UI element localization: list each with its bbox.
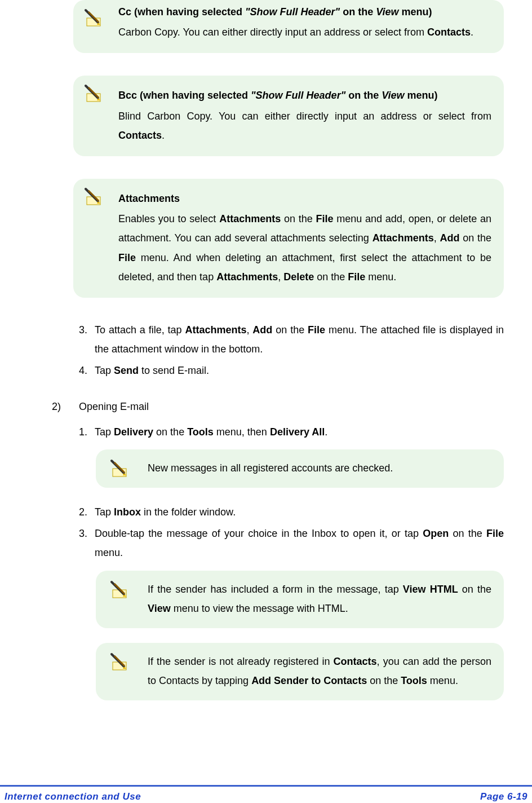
list-item: 3. Double-tap the message of your choice… <box>79 524 504 562</box>
note-bcc-title: Bcc (when having selected "Show Full Hea… <box>118 86 491 105</box>
list-marker: 1. <box>79 422 95 442</box>
list-item: 4. Tap Send to send E-mail. <box>79 361 504 380</box>
text: Attachments <box>216 271 278 283</box>
text: Contacts <box>118 130 162 141</box>
text: View HTML <box>403 584 458 595</box>
pencil-note-icon <box>109 580 132 600</box>
text: Add <box>440 232 459 244</box>
text: on the <box>459 232 491 244</box>
text: Tap <box>95 426 114 438</box>
list-marker: 3. <box>79 320 95 359</box>
text: menu. <box>95 547 123 558</box>
pencil-note-icon <box>83 187 106 207</box>
section-opening-email: 2) Opening E-mail <box>52 397 504 416</box>
text: Send <box>114 365 139 376</box>
text: on the <box>314 271 348 283</box>
text: Tap <box>95 506 114 518</box>
text: File <box>486 528 504 539</box>
text: on the <box>367 675 401 686</box>
text: Tools <box>187 426 214 438</box>
text: menu to view the message with HTML. <box>171 603 348 614</box>
text: on the <box>449 528 486 539</box>
instruction-list-part2b: 2. Tap Inbox in the folder window. 3. Do… <box>79 502 504 563</box>
text: Cc (when having selected <box>118 6 245 17</box>
list-text: To attach a file, tap Attachments, Add o… <box>95 320 504 359</box>
page-footer: Internet connection and Use Page 6-19 <box>0 785 532 803</box>
section-title: Opening E-mail <box>79 397 149 416</box>
text: Delivery <box>114 426 153 438</box>
text: , <box>278 271 283 283</box>
text: menu. <box>365 271 396 283</box>
note-body: If the sender has included a form in the… <box>148 580 491 618</box>
note-bcc: Bcc (when having selected "Show Full Hea… <box>73 76 504 156</box>
text: View <box>376 6 398 17</box>
text: Tap <box>95 365 114 376</box>
text: File <box>348 271 365 283</box>
text: Add <box>252 324 272 336</box>
text: Delete <box>283 271 314 283</box>
list-marker: 3. <box>79 524 95 562</box>
text: Tools <box>401 675 427 686</box>
pencil-note-icon <box>109 458 132 479</box>
list-item: 2. Tap Inbox in the folder window. <box>79 502 504 522</box>
note-body: If the sender is not already registered … <box>148 652 491 690</box>
text: If the sender has included a form in the… <box>148 584 403 595</box>
text: Bcc (when having selected <box>118 90 251 101</box>
text: If the sender is not already registered … <box>148 656 334 667</box>
instruction-list-part2: 1. Tap Delivery on the Tools menu, then … <box>79 422 504 442</box>
note-add-sender: If the sender is not already registered … <box>96 643 504 700</box>
pencil-note-icon <box>83 8 106 28</box>
note-new-messages: New messages in all registered accounts … <box>96 449 504 488</box>
list-text: Double-tap the message of your choice in… <box>95 524 504 562</box>
text: on the <box>153 426 187 438</box>
text: on the <box>345 90 382 101</box>
text: Attachments <box>373 232 434 244</box>
text: File <box>118 252 136 263</box>
text: Enables you to select <box>118 213 219 224</box>
text: Carbon Copy. You can either directly inp… <box>118 27 427 38</box>
text: . <box>471 27 473 38</box>
note-attachments: Attachments Enables you to select Attach… <box>73 179 504 298</box>
footer-section-title: Internet connection and Use <box>5 788 141 803</box>
text: Add Sender to Contacts <box>251 675 367 686</box>
note-body: New messages in all registered accounts … <box>148 458 491 478</box>
text: menu) <box>405 90 438 101</box>
section-marker: 2) <box>52 397 79 416</box>
text: File <box>316 213 334 224</box>
text: Open <box>423 528 449 539</box>
text: , <box>434 232 440 244</box>
page-content: Cc (when having selected "Show Full Head… <box>0 0 532 700</box>
text: on the <box>272 324 308 336</box>
note-cc-body: Carbon Copy. You can either directly inp… <box>118 23 491 42</box>
text: on the <box>281 213 316 224</box>
text: . <box>325 426 327 438</box>
text: Contacts <box>427 27 471 38</box>
note-attachments-body: Enables you to select Attachments on the… <box>118 209 491 286</box>
note-cc-title: Cc (when having selected "Show Full Head… <box>118 2 491 21</box>
text: Double-tap the message of your choice in… <box>95 528 423 539</box>
note-attachments-title: Attachments <box>118 189 491 208</box>
text: , <box>246 324 252 336</box>
footer-page-number: Page 6-19 <box>480 788 527 803</box>
list-marker: 2. <box>79 502 95 522</box>
text: menu) <box>399 6 432 17</box>
text: Blind Carbon Copy. You can either direct… <box>118 111 491 122</box>
list-text: Tap Send to send E-mail. <box>95 361 504 380</box>
list-item: 1. Tap Delivery on the Tools menu, then … <box>79 422 504 442</box>
text: Attachments <box>219 213 281 224</box>
text: on the <box>340 6 376 17</box>
text: Inbox <box>114 506 141 518</box>
list-text: Tap Delivery on the Tools menu, then Del… <box>95 422 504 442</box>
pencil-note-icon <box>83 83 106 104</box>
text: File <box>308 324 325 336</box>
list-item: 3. To attach a file, tap Attachments, Ad… <box>79 320 504 359</box>
note-view-html: If the sender has included a form in the… <box>96 571 504 628</box>
text: View <box>148 603 171 614</box>
list-marker: 4. <box>79 361 95 380</box>
text: on the <box>458 584 491 595</box>
text: in the folder window. <box>141 506 236 518</box>
text: Attachments <box>185 324 246 336</box>
text: "Show Full Header" <box>251 90 345 101</box>
list-text: Tap Inbox in the folder window. <box>95 502 504 522</box>
text: To attach a file, tap <box>95 324 185 336</box>
